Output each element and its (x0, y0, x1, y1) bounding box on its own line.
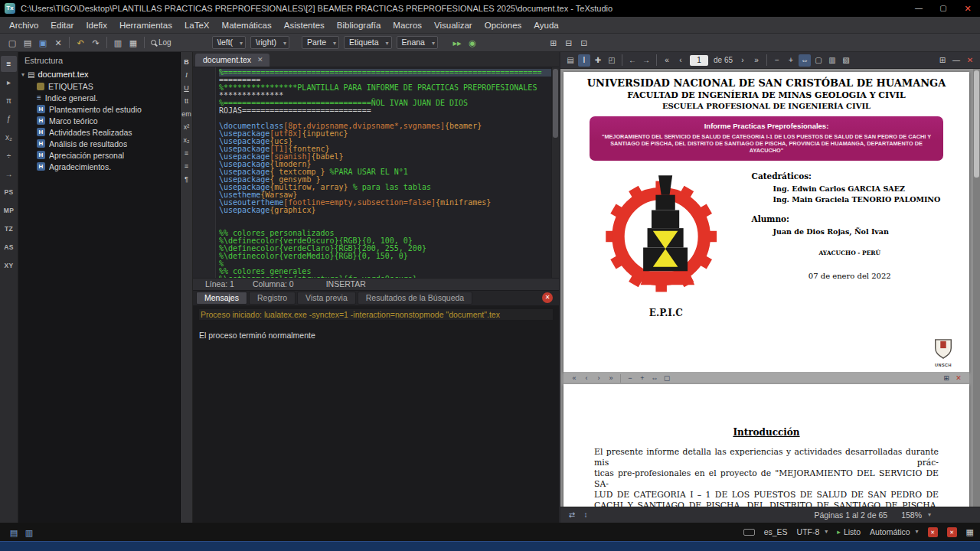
next-page-icon[interactable]: › (737, 54, 749, 67)
table-wizard-icon[interactable]: ⊞ (547, 36, 560, 50)
minimize-viewer-icon[interactable]: — (950, 54, 962, 67)
grid-icon[interactable]: ▦ (966, 527, 974, 537)
compile-icon[interactable]: ▸▸ (450, 36, 464, 50)
first-page-icon[interactable]: « (569, 373, 580, 383)
status-encoding-combo[interactable]: UTF-8 (797, 527, 828, 536)
prev-page-icon[interactable]: ‹ (675, 54, 687, 67)
panel-tab[interactable]: Resultados de la Búsqueda (358, 292, 472, 305)
structure-item[interactable]: ≡Indice general. (18, 92, 180, 103)
close-icon[interactable]: ✕ (953, 373, 964, 383)
close-button[interactable]: ✕ (956, 0, 980, 17)
pdf-zoom-combo[interactable]: 158% (901, 510, 931, 520)
structure-item[interactable]: HApreciación personal (18, 149, 180, 161)
hand-tool-icon[interactable]: ✚ (592, 54, 604, 67)
align-left-button[interactable]: ≡ (181, 148, 192, 159)
panel-tab[interactable]: Registro (249, 292, 296, 305)
tab-symbols-greek[interactable]: π (1, 93, 17, 109)
fit-width-icon[interactable]: ⇔ (799, 54, 811, 67)
toggle-messages-icon[interactable]: ▥ (22, 526, 36, 540)
tabbing-wizard-icon[interactable]: ⊡ (577, 36, 591, 50)
code-area[interactable]: %=======================================… (216, 67, 551, 278)
fit-page-icon[interactable]: ▢ (812, 54, 825, 67)
save-icon[interactable]: ▣ (36, 36, 50, 50)
pdf-scrollbar-thumb[interactable] (974, 70, 979, 178)
tab-asymptote[interactable]: AS (1, 240, 17, 256)
paste-icon[interactable]: ▦ (126, 36, 140, 50)
menu-item[interactable]: Opciones (479, 18, 528, 32)
section-level-combo[interactable]: Parte (302, 36, 339, 49)
underline-button[interactable]: U (181, 83, 192, 94)
first-page-icon[interactable]: « (661, 54, 673, 67)
left-delimiter-combo[interactable]: \left( (212, 36, 246, 49)
menu-item[interactable]: Ayuda (528, 18, 564, 32)
view-log-button[interactable]: Log (148, 38, 175, 47)
tab-symbols-scripts[interactable]: x₂ (1, 129, 17, 145)
close-file-icon[interactable]: ✕ (51, 36, 65, 50)
indicator-icon[interactable]: ✕ (947, 527, 957, 537)
panel-tab[interactable]: Vista previa (297, 292, 356, 305)
continuous-mode-icon[interactable]: ▥ (826, 54, 838, 67)
align-center-button[interactable]: ≡ (181, 161, 192, 172)
panel-tab[interactable]: Mensajes (196, 292, 247, 305)
editor-scrollbar[interactable] (551, 67, 559, 278)
tab-structure[interactable]: ≡ (1, 56, 17, 72)
undo-icon[interactable]: ↶ (74, 36, 87, 50)
pdf-scrollbar[interactable] (973, 69, 980, 507)
text-select-icon[interactable]: I (578, 54, 590, 67)
label-wizard-combo[interactable]: Etiqueta (344, 36, 392, 49)
tab-tikz[interactable]: TZ (1, 221, 17, 237)
menu-item[interactable]: Bibliografía (331, 18, 387, 32)
menu-item[interactable]: Archivo (3, 18, 44, 32)
menu-item[interactable]: Asistentes (278, 18, 331, 32)
tab-symbols-math[interactable]: ƒ (1, 111, 17, 127)
subscript-button[interactable]: x₂ (181, 135, 192, 146)
indicator-icon[interactable]: ✕ (928, 527, 938, 537)
book-mode-icon[interactable]: ▧ (840, 54, 852, 67)
page-number-input[interactable]: 1 (690, 55, 708, 66)
redo-icon[interactable]: ↷ (89, 36, 103, 50)
menu-item[interactable]: Herramientas (113, 18, 178, 32)
newline-button[interactable]: ¶ (181, 174, 192, 185)
copy-icon[interactable]: ▥ (111, 36, 125, 50)
menu-item[interactable]: Matemáticas (216, 18, 278, 32)
code-editor[interactable]: %=======================================… (193, 67, 559, 278)
tab-symbols-arrows[interactable]: → (1, 166, 17, 182)
structure-item[interactable]: HMarco teórico (18, 115, 180, 126)
menu-item[interactable]: Macros (387, 18, 428, 32)
thumbnails-icon[interactable]: ▤ (564, 54, 577, 67)
zoom-out-icon[interactable]: − (625, 373, 635, 383)
back-icon[interactable]: ← (626, 54, 639, 67)
tab-close-icon[interactable]: ✕ (257, 56, 263, 64)
structure-item[interactable]: HPlanteamiento del estudio (18, 103, 180, 115)
structure-item[interactable]: ETIQUETAS (18, 80, 180, 92)
detach-viewer-icon[interactable]: ⊞ (936, 54, 949, 67)
detach-icon[interactable]: ⊞ (941, 373, 952, 383)
tab-xypic[interactable]: XY (1, 258, 17, 274)
scrollbar-thumb[interactable] (553, 69, 558, 138)
status-language[interactable]: es_ES (764, 527, 788, 536)
tab-document-tex[interactable]: document.tex ✕ (195, 54, 270, 67)
tab-pstricks[interactable]: PS (1, 184, 17, 201)
close-viewer-icon[interactable]: ✕ (964, 54, 976, 67)
tab-bookmarks[interactable]: ▸ (1, 74, 17, 90)
minimize-button[interactable]: — (906, 0, 931, 17)
maximize-button[interactable]: ▢ (931, 0, 956, 17)
bold-button[interactable]: B (181, 57, 192, 68)
sync-cursor-icon[interactable]: ⇄ (566, 509, 578, 521)
structure-item[interactable]: HAnálisis de resultados (18, 138, 180, 149)
typewriter-button[interactable]: tt (181, 96, 192, 107)
menu-item[interactable]: Visualizar (428, 18, 479, 32)
menu-item[interactable]: LaTeX (178, 18, 216, 32)
zoom-marquee-icon[interactable]: ◰ (606, 54, 618, 67)
structure-root[interactable]: ▾▤document.tex (18, 68, 180, 80)
next-page-icon[interactable]: › (593, 373, 604, 383)
last-page-icon[interactable]: » (606, 373, 616, 383)
structure-item[interactable]: HActividades Realizadas (18, 126, 180, 138)
open-file-icon[interactable]: ▤ (21, 36, 34, 50)
prev-page-icon[interactable]: ‹ (581, 373, 592, 383)
italic-button[interactable]: I (181, 70, 192, 81)
tab-symbols-operators[interactable]: ÷ (1, 148, 17, 164)
menu-item[interactable]: Idefix (80, 18, 113, 32)
menu-item[interactable]: Editar (44, 18, 80, 32)
pdf-scroll-area[interactable]: UNIVERSIDAD NACIONAL DE SAN CRISTÓBAL DE… (560, 69, 980, 507)
